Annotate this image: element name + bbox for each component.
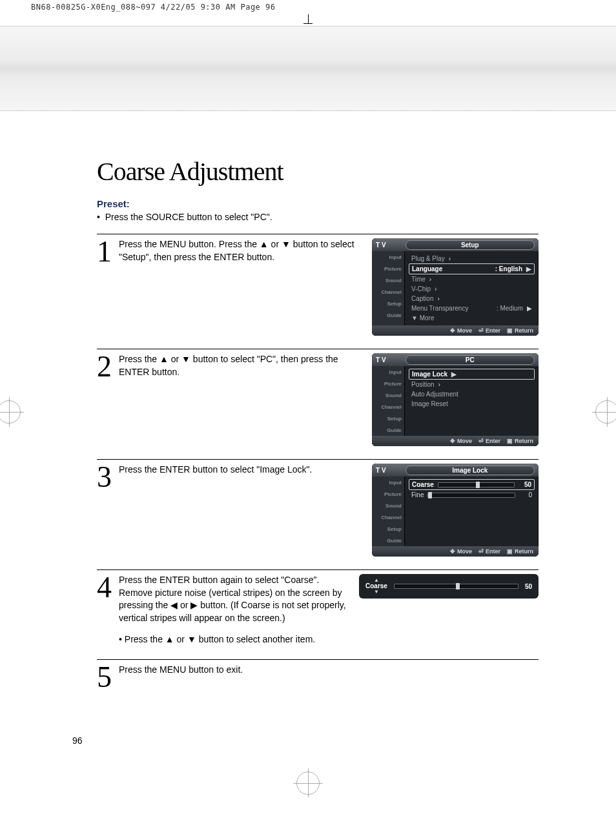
sidebar-channel[interactable]: Channel <box>372 286 404 298</box>
menu-more[interactable]: ▼ More <box>409 313 535 323</box>
osd-sidebar: Input Picture Sound Channel Setup Guide <box>372 251 405 325</box>
sidebar-sound[interactable]: Sound <box>372 389 404 401</box>
step-number: 3 <box>97 464 119 490</box>
hint-return: ▣ Return <box>507 548 533 555</box>
slider-fine[interactable]: Fine 0 <box>409 490 535 500</box>
step-text: Press the ENTER button to select "Image … <box>119 464 372 476</box>
hint-return: ▣ Return <box>507 327 533 334</box>
page-number: 96 <box>72 735 616 746</box>
osd-footer: ✥ Move ⏎ Enter ▣ Return <box>372 546 539 557</box>
sidebar-picture[interactable]: Picture <box>372 263 404 274</box>
slider-value: 0 <box>519 491 532 498</box>
slider-coarse[interactable]: Coarse 50 <box>409 479 535 490</box>
step-text: Press the ▲ or ▼ button to select "PC", … <box>119 353 372 378</box>
menu-image-lock[interactable]: Image Lock▶ <box>409 369 535 380</box>
preset-instruction: • Press the SOURCE button to select "PC"… <box>97 212 539 222</box>
osd-tv-label: T V <box>376 356 386 364</box>
slider-value: 50 <box>518 481 531 488</box>
step-2: 2 Press the ▲ or ▼ button to select "PC"… <box>97 349 539 459</box>
step-number: 5 <box>97 664 119 690</box>
menu-transparency[interactable]: Menu Transparency: Medium▶ <box>409 303 535 313</box>
hint-move: ✥ Move <box>450 548 472 555</box>
preset-text: Press the SOURCE button to select "PC". <box>105 212 272 222</box>
osd-main: Image Lock▶ Position› Auto Adjustment Im… <box>405 366 539 436</box>
sidebar-guide[interactable]: Guide <box>372 309 404 321</box>
sidebar-channel[interactable]: Channel <box>372 401 404 413</box>
slider-thumb[interactable] <box>476 482 480 488</box>
slider-track[interactable] <box>427 493 515 498</box>
osd-sidebar: Input Picture Sound Channel Setup Guide <box>372 476 405 546</box>
slider-track[interactable] <box>438 482 515 487</box>
sidebar-picture[interactable]: Picture <box>372 378 404 389</box>
menu-language[interactable]: Language: English▶ <box>409 263 535 274</box>
osd-title: Image Lock <box>406 466 535 475</box>
step-number: 4 <box>97 574 119 600</box>
osd-sidebar: Input Picture Sound Channel Setup Guide <box>372 366 405 436</box>
hint-move: ✥ Move <box>450 438 472 444</box>
osd-tv-label: T V <box>376 241 386 249</box>
osd-title: PC <box>406 355 535 365</box>
sidebar-setup[interactable]: Setup <box>372 523 404 535</box>
menu-plug-play[interactable]: Plug & Play› <box>409 254 535 263</box>
step-3: 3 Press the ENTER button to select "Imag… <box>97 459 539 569</box>
sidebar-setup[interactable]: Setup <box>372 413 404 424</box>
osd-main: Coarse 50 Fine 0 <box>405 476 539 546</box>
osd-image-lock: T VImage Lock Input Picture Sound Channe… <box>372 464 539 557</box>
menu-caption[interactable]: Caption› <box>409 294 535 303</box>
step-1: 1 Press the MENU button. Press the ▲ or … <box>97 234 539 349</box>
sidebar-picture[interactable]: Picture <box>372 488 404 500</box>
bar-value: 50 <box>525 583 532 590</box>
menu-image-reset[interactable]: Image Reset <box>409 399 535 409</box>
sidebar-sound[interactable]: Sound <box>372 274 404 286</box>
step-text: Press the MENU button to exit. <box>119 664 539 677</box>
sidebar-guide[interactable]: Guide <box>372 424 404 436</box>
step-number: 2 <box>97 353 119 380</box>
sidebar-input[interactable]: Input <box>372 251 404 263</box>
osd-footer: ✥ Move ⏎ Enter ▣ Return <box>372 325 539 336</box>
step-number: 1 <box>97 238 119 265</box>
sidebar-input[interactable]: Input <box>372 476 404 488</box>
sidebar-sound[interactable]: Sound <box>372 500 404 511</box>
osd-main: Plug & Play› Language: English▶ Time› V-… <box>405 251 539 325</box>
bar-label-group: ▲ Coarse ▼ <box>365 578 387 595</box>
osd-footer: ✥ Move ⏎ Enter ▣ Return <box>372 436 539 446</box>
bar-track[interactable] <box>394 584 518 589</box>
page-title: Coarse Adjustment <box>97 156 539 187</box>
sidebar-guide[interactable]: Guide <box>372 535 404 546</box>
osd-setup: T VSetup Input Picture Sound Channel Set… <box>372 238 539 336</box>
slider-label: Fine <box>411 491 424 498</box>
sidebar-input[interactable]: Input <box>372 366 404 378</box>
hint-return: ▣ Return <box>507 438 533 444</box>
registration-mark-bottom <box>0 772 616 797</box>
crop-mark-top <box>0 14 616 26</box>
hint-move: ✥ Move <box>450 327 472 334</box>
step-4: 4 Press the ENTER button again to select… <box>97 569 539 659</box>
hint-enter: ⏎ Enter <box>478 327 500 334</box>
menu-time[interactable]: Time› <box>409 274 535 284</box>
sidebar-channel[interactable]: Channel <box>372 511 404 523</box>
osd-tv-label: T V <box>376 467 386 474</box>
header-band <box>0 26 616 111</box>
bar-thumb[interactable] <box>456 583 460 589</box>
step-text: Press the MENU button. Press the ▲ or ▼ … <box>119 238 372 263</box>
print-header: BN68-00825G-X0Eng_088~097 4/22/05 9:30 A… <box>0 0 616 14</box>
preset-label: Preset: <box>97 198 539 209</box>
osd-title: Setup <box>406 240 535 250</box>
step-subtext: • Press the ▲ or ▼ button to select anot… <box>119 633 350 646</box>
hint-enter: ⏎ Enter <box>478 438 500 444</box>
menu-auto-adjustment[interactable]: Auto Adjustment <box>409 389 535 399</box>
slider-label: Coarse <box>412 481 434 488</box>
registration-mark-right <box>595 400 616 424</box>
sidebar-setup[interactable]: Setup <box>372 298 404 309</box>
slider-thumb[interactable] <box>428 492 432 498</box>
triangle-down-icon: ▼ <box>374 589 379 595</box>
hint-enter: ⏎ Enter <box>478 548 500 555</box>
osd-pc: T VPC Input Picture Sound Channel Setup … <box>372 353 539 446</box>
step-text: Press the ENTER button again to select "… <box>119 574 359 646</box>
coarse-bar-widget: ▲ Coarse ▼ 50 <box>359 574 539 599</box>
step-5: 5 Press the MENU button to exit. <box>97 659 539 703</box>
menu-vchip[interactable]: V-Chip› <box>409 284 535 294</box>
menu-position[interactable]: Position› <box>409 380 535 389</box>
